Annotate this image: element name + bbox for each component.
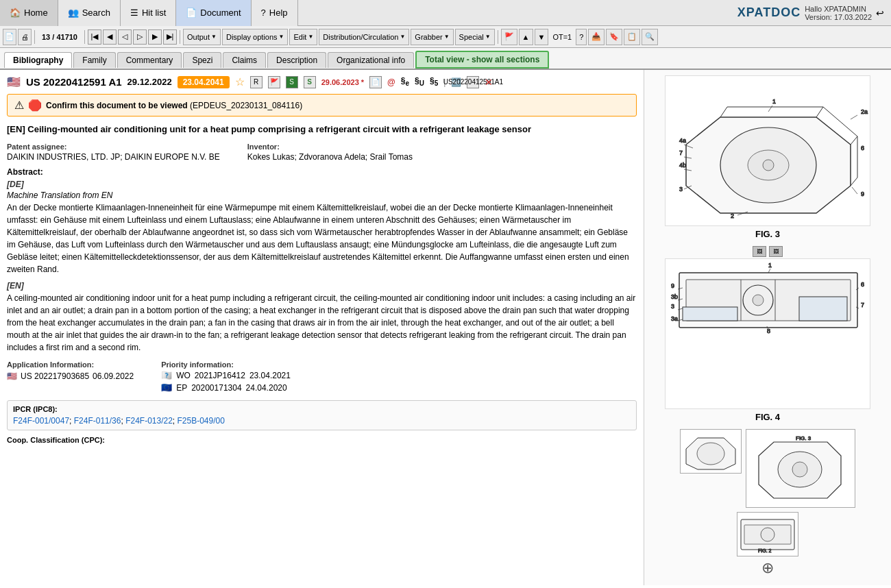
green-s-icon[interactable]: S [304,76,316,88]
display-dropdown[interactable]: Display options ▼ [222,29,289,45]
first-button[interactable]: |◀ [88,29,101,45]
svg-line-5 [851,136,857,145]
ipc-code-0[interactable]: F24F-001/0047 [13,416,69,426]
cpc-label: Coop. Classification (CPC): [7,436,637,444]
tab-commentary[interactable]: Commentary [117,52,182,68]
application-section: Application Information: 🇺🇸 US 202217903… [7,360,134,395]
search-icon: 👥 [68,8,79,18]
new-doc-button[interactable]: 📄 [3,29,16,45]
s-icon3[interactable]: §5 [430,76,438,87]
delete-icon[interactable]: ✕ [485,77,493,88]
app-number: US 202217903685 [21,371,89,381]
abstract-en-text: A ceiling-mounted air conditioning indoo… [7,292,637,354]
flag-icon[interactable]: 🚩 [268,76,280,88]
s-icon1[interactable]: §e [401,76,409,87]
svg-rect-31 [799,297,847,321]
app-info: Application Information: 🇺🇸 US 202217903… [7,360,637,395]
next2-button[interactable]: ▷ [133,29,147,45]
ipc-code-3[interactable]: F25B-049/00 [178,416,225,426]
app-row: 🇺🇸 US 202217903685 06.09.2022 [7,371,134,381]
ipc-code-1[interactable]: F24F-011/36 [74,416,121,426]
patent-ref[interactable]: US20220412591A1 [467,76,479,88]
thumb-main-3[interactable]: FIG. 3 [746,429,855,508]
section-tabs: Bibliography Family Commentary Spezi Cla… [0,48,891,70]
assignee-section: Patent assignee: DAIKIN INDUSTRIES, LTD.… [7,143,220,162]
svg-point-53 [697,443,724,465]
up-button[interactable]: ▲ [519,29,533,45]
s-icon2[interactable]: §U [415,76,424,87]
svg-line-19 [851,115,857,119]
image-icon-2[interactable]: 🖼 [769,246,783,257]
svg-text:9: 9 [861,191,864,197]
down-button[interactable]: ▼ [535,29,549,45]
grabber-dropdown[interactable]: Grabber ▼ [411,29,453,45]
print-button[interactable]: 🖨 [18,29,32,45]
abstract-de-text: An der Decke montierte Klimaanlagen-Inne… [7,201,637,275]
svg-point-35 [753,295,764,306]
tab-claims[interactable]: Claims [223,52,266,68]
prev2-button[interactable]: ◁ [118,29,132,45]
hitlist-icon: ☰ [130,8,138,18]
figure-3-container: 1 2a 6 4a 7 4b 3 2 9 [650,75,886,239]
tab-bibliography[interactable]: Bibliography [4,52,72,68]
search-button[interactable]: 👥 Search [58,0,121,26]
add-figure-button[interactable]: ⊕ [650,559,886,577]
svg-line-2 [720,107,727,117]
assignee-label: Patent assignee: [7,143,220,151]
en-tag: [EN] [7,281,637,291]
ipc-code-2[interactable]: F24F-013/22 [125,416,173,426]
special-dropdown[interactable]: Special ▼ [455,29,495,45]
image-icon-1[interactable]: 🖼 [753,246,766,257]
tb-icon4[interactable]: 🔍 [642,29,658,45]
ipc-links: F24F-001/0047; F24F-011/36; F24F-013/22;… [13,416,631,426]
edit-dropdown[interactable]: Edit ▼ [289,29,317,45]
thumb-1[interactable]: FIG. 1(Prior Art) [680,429,742,474]
svg-text:FIG. 2: FIG. 2 [758,548,772,553]
add-icon[interactable]: S [286,76,298,88]
last-button[interactable]: ▶| [163,29,177,45]
priority-section: Priority information: 🇼🇴 WO 2021JP16412 … [161,360,291,395]
separator [180,30,180,44]
svg-text:4b: 4b [679,162,686,169]
patent-header: 🇺🇸 US 20220412591 A1 29.12.2022 23.04.20… [7,75,637,88]
app-date: 06.09.2022 [93,371,134,381]
at-icon[interactable]: @ [387,77,395,87]
abstract-label: Abstract: [7,167,637,177]
inventor-value: Kokes Lukas; Zdvoranova Adela; Srail Tom… [247,152,413,162]
logout-icon[interactable]: ↩ [876,8,884,19]
svg-line-3 [816,107,823,117]
figure-4-container: 🖼 🖼 [650,246,886,422]
help-button[interactable]: ? Help [252,0,298,26]
tab-totalview[interactable]: Total view - show all sections [415,51,549,69]
hitlist-button[interactable]: ☰ Hit list [121,0,176,26]
star-icon[interactable]: ☆ [235,75,245,88]
tb-icon3[interactable]: 📋 [624,29,640,45]
tab-family[interactable]: Family [73,52,115,68]
thumb-2[interactable]: FIG. 2 [737,512,798,556]
svg-point-61 [761,528,774,541]
next-button[interactable]: ▶ [148,29,162,45]
main-content: 🇺🇸 US 20220412591 A1 29.12.2022 23.04.20… [0,70,891,585]
toolbar: 📄 🖨 13 / 41710 |◀ ◀ ◁ ▷ ▶ ▶| Output ▼ Di… [0,26,891,48]
figure-4-image[interactable]: 1 6 7 9 3b 3 3a 8 [665,258,870,409]
tb-icon2[interactable]: 🔖 [606,29,622,45]
prev-button[interactable]: ◀ [103,29,117,45]
bookmark-icon[interactable]: R [250,76,263,88]
priority-date-badge[interactable]: 23.04.2041 [178,76,230,88]
tab-orginfo[interactable]: Organizational info [328,52,414,68]
document-button[interactable]: 📄 Document [176,0,251,26]
help-tb-button[interactable]: ? [576,29,587,45]
tab-description[interactable]: Description [267,52,326,68]
home-button[interactable]: 🏠 Home [0,0,58,26]
priority-row-1: 🇪🇺 EP 20200171304 24.04.2020 [161,382,291,393]
figure-3-image[interactable]: 1 2a 6 4a 7 4b 3 2 9 [665,75,870,226]
flag-button[interactable]: 🚩 [501,29,517,45]
tab-spezi[interactable]: Spezi [183,52,221,68]
distribution-dropdown[interactable]: Distribution/Circulation ▼ [319,29,409,45]
figure-3-label: FIG. 3 [650,229,886,239]
tb-icon1[interactable]: 📥 [588,29,605,45]
doc-icon[interactable]: 📄 [369,76,382,88]
image-icons: 🖼 🖼 [650,246,886,257]
figure-thumbnails: FIG. 1(Prior Art) FIG. 3 FIG. 2 [650,429,886,556]
output-dropdown[interactable]: Output ▼ [183,29,221,45]
